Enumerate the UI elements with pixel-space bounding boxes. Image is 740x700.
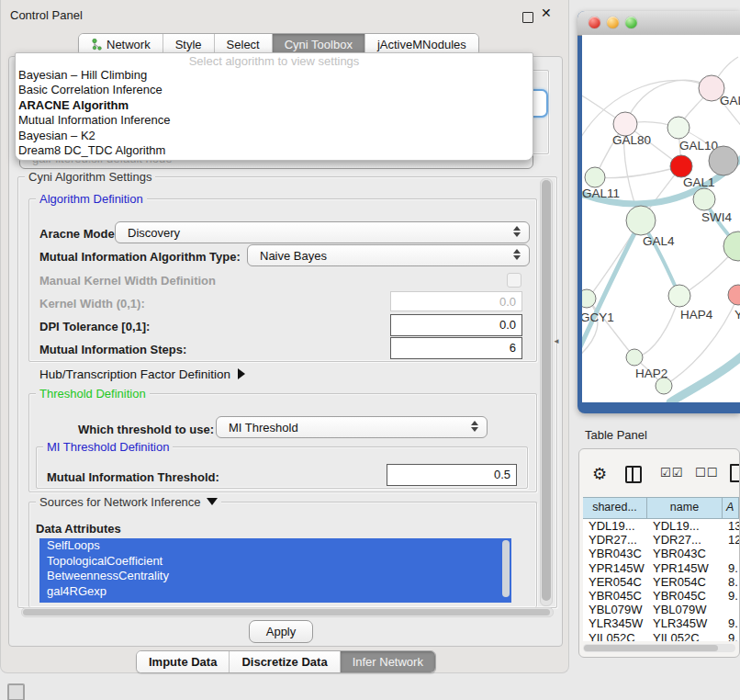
table-cell[interactable]: YPR145W (647, 561, 723, 575)
table-cell[interactable]: YBR045C (647, 589, 723, 603)
table-row[interactable]: YDL19...YDL19...13 (583, 519, 739, 533)
network-tab-icon (91, 39, 102, 51)
table-cell[interactable]: YBL079W (583, 603, 647, 616)
network-canvas[interactable]: GALGAL80GAL10GAL1GAL11SWI4GAL4GCY1HAP4YH… (582, 35, 740, 402)
table-cell[interactable]: YDL19... (583, 519, 647, 533)
table-cell[interactable]: 12 (723, 533, 739, 547)
close-icon[interactable]: ✕ (541, 6, 552, 20)
data-attributes-label: Data Attributes (36, 522, 121, 536)
tab-impute-data[interactable]: Impute Data (137, 651, 230, 672)
column-header-partial[interactable]: A (723, 498, 739, 518)
mi-steps-field[interactable]: 6 (390, 337, 522, 359)
table-cell[interactable]: YPR145W (583, 561, 647, 575)
tab-infer-network[interactable]: Infer Network (341, 651, 435, 672)
table-row[interactable]: YIL052CYIL052C9. (583, 631, 739, 642)
table-row[interactable]: YBR043CYBR043C (583, 547, 739, 560)
apply-button[interactable]: Apply (249, 620, 313, 643)
network-node[interactable] (668, 285, 690, 307)
algorithm-option[interactable]: Bayesian – K2 (16, 129, 533, 143)
table-row[interactable]: YER054CYER054C8. (583, 575, 739, 589)
network-node[interactable] (626, 349, 643, 366)
table-cell[interactable]: 9. (723, 561, 739, 575)
settings-horizontal-scrollbar[interactable] (21, 607, 554, 617)
attribute-list-item[interactable]: gal4RGexp (39, 584, 511, 600)
manual-kernel-width-checkbox[interactable] (507, 273, 521, 288)
network-node[interactable] (693, 188, 715, 210)
table-cell[interactable]: 9. (723, 616, 739, 630)
table-row[interactable]: YBL079WYBL079W (583, 603, 739, 616)
algorithm-dropdown-popup: Select algorithm to view settings Bayesi… (15, 52, 533, 161)
table-row[interactable]: YBR045CYBR045C9. (583, 589, 739, 603)
gear-icon[interactable]: ⚙ (592, 464, 607, 484)
settings-vertical-scrollbar[interactable] (540, 178, 553, 606)
table-horizontal-scrollbar[interactable] (583, 644, 735, 652)
table-cell[interactable]: YBR045C (583, 589, 647, 603)
table-row[interactable]: YPR145WYPR145W9. (583, 561, 739, 575)
network-node[interactable] (667, 117, 690, 139)
table-cell[interactable]: YLR345W (647, 616, 723, 630)
attribute-list-item[interactable]: BetweennessCentrality (39, 569, 511, 584)
algorithm-option[interactable]: ARACNE Algorithm (16, 98, 533, 113)
column-header-shared-name[interactable]: shared... (583, 498, 647, 518)
table-cell[interactable]: YER054C (647, 575, 723, 589)
table-panel: ⚙ ☑☑ ☐☐ shared... name A YDL19...YDL19..… (578, 448, 740, 658)
minimized-panel-icon[interactable] (7, 683, 25, 700)
network-node-label: Y (734, 308, 740, 322)
close-traffic-light-icon[interactable] (589, 17, 600, 28)
panel-resize-cursor: ◄ (553, 337, 560, 345)
algorithm-option[interactable]: Basic Correlation Inference (16, 83, 533, 97)
column-header-name[interactable]: name (647, 498, 723, 518)
table-cell[interactable]: YBR043C (583, 547, 647, 560)
which-threshold-combobox[interactable]: MI Threshold (216, 416, 488, 438)
network-window-titlebar[interactable] (577, 11, 740, 36)
table-cell[interactable]: YIL052C (583, 631, 647, 642)
network-node[interactable] (626, 206, 656, 235)
network-node-label: GCY1 (582, 310, 614, 324)
table-cell[interactable]: YBL079W (647, 603, 723, 616)
table-row[interactable]: YLR345WYLR345W9. (583, 616, 739, 630)
select-all-columns-icon[interactable]: ☑☑ (660, 466, 683, 480)
new-table-icon[interactable] (730, 464, 740, 482)
table-cell[interactable]: YER054C (583, 575, 647, 589)
table-cell[interactable]: YDR27... (583, 533, 647, 547)
kernel-width-field[interactable]: 0.0 (390, 291, 522, 311)
mi-threshold-field[interactable]: 0.5 (387, 464, 517, 486)
table-cell[interactable]: YLR345W (583, 616, 647, 630)
table-cell[interactable]: YBR043C (647, 547, 723, 560)
mi-algorithm-type-combobox[interactable]: Naive Bayes (247, 244, 530, 266)
network-node[interactable] (723, 231, 740, 261)
network-node[interactable] (709, 146, 738, 175)
network-node[interactable] (670, 155, 692, 177)
table-cell[interactable] (723, 547, 739, 560)
table-cell[interactable]: 8. (723, 575, 739, 589)
aracne-mode-combobox[interactable]: Discovery (115, 221, 530, 243)
attribute-list-item[interactable]: TopologicalCoefficient (39, 554, 511, 570)
table-cell[interactable]: YDL19... (647, 519, 723, 533)
table-cell[interactable]: YDR27... (647, 533, 723, 547)
sources-group-title[interactable]: Sources for Network Inference (36, 495, 221, 509)
column-layout-icon[interactable] (625, 466, 642, 483)
table-cell[interactable]: 9. (723, 589, 739, 603)
network-node[interactable] (728, 285, 740, 305)
table-cell[interactable] (723, 603, 739, 616)
table-row[interactable]: YDR27...YDR27...12 (583, 533, 739, 547)
float-window-icon[interactable] (522, 12, 533, 23)
algorithm-option[interactable]: Dream8 DC_TDC Algorithm (16, 143, 533, 158)
network-node[interactable] (582, 289, 596, 308)
table-cell[interactable]: 13 (723, 519, 739, 533)
algorithm-option[interactable]: Bayesian – Hill Climbing (16, 68, 533, 83)
minimize-traffic-light-icon[interactable] (607, 17, 619, 28)
network-node[interactable] (656, 378, 672, 394)
tab-discretize-data[interactable]: Discretize Data (230, 651, 340, 672)
table-cell[interactable]: 9. (723, 631, 739, 642)
attribute-list-scrollbar[interactable] (502, 540, 510, 597)
table-cell[interactable]: YIL052C (647, 631, 723, 642)
algorithm-option[interactable]: Mutual Information Inference (16, 113, 533, 128)
deselect-all-columns-icon[interactable]: ☐☐ (695, 466, 718, 480)
dpi-tolerance-field[interactable]: 0.0 (390, 314, 522, 336)
attribute-list-item[interactable]: SelfLoops (39, 538, 511, 554)
network-node-label: GAL1 (683, 175, 715, 189)
hub-definition-expander[interactable]: Hub/Transcription Factor Definition (39, 367, 245, 381)
network-node[interactable] (585, 167, 605, 187)
zoom-traffic-light-icon[interactable] (625, 17, 637, 28)
